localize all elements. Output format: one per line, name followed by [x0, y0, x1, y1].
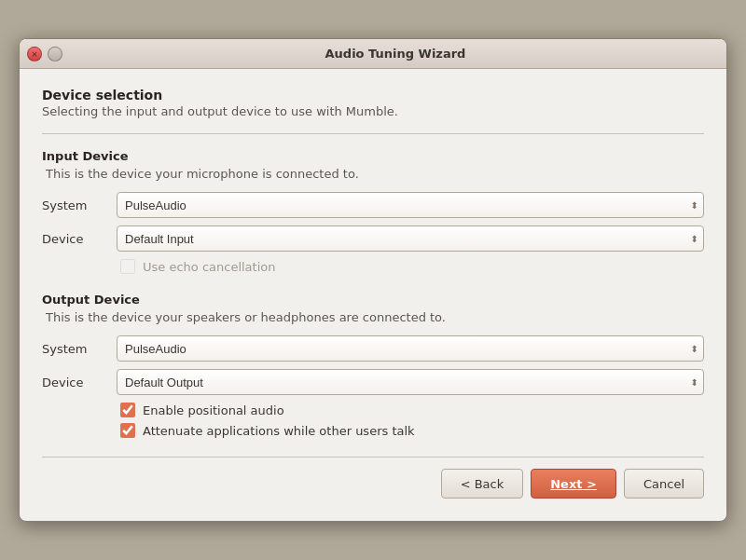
titlebar-buttons: ×: [27, 47, 62, 61]
footer-divider: [42, 457, 704, 458]
page-section-title: Device selection: [42, 88, 704, 102]
header-divider: [42, 133, 704, 134]
output-device-section: Output Device This is the device your sp…: [42, 293, 704, 438]
titlebar: × Audio Tuning Wizard: [20, 39, 726, 69]
output-device-row: Device Default Output: [42, 369, 704, 395]
echo-cancel-row: Use echo cancellation: [120, 259, 704, 274]
attenuate-checkbox[interactable]: [120, 423, 135, 438]
input-device-row: Device Default Input: [42, 225, 704, 252]
output-system-select[interactable]: PulseAudio: [117, 335, 704, 362]
positional-audio-label: Enable positional audio: [143, 403, 284, 417]
attenuate-label: Attenuate applications while other users…: [143, 424, 415, 438]
output-device-select-wrapper: Default Output: [117, 369, 704, 395]
output-system-row: System PulseAudio: [42, 335, 704, 362]
output-device-title: Output Device: [42, 293, 704, 307]
footer: < Back Next > Cancel: [42, 469, 704, 502]
input-device-desc: This is the device your microphone is co…: [46, 167, 704, 181]
input-system-select-wrapper: PulseAudio: [117, 192, 704, 218]
output-system-label: System: [42, 342, 117, 356]
close-button[interactable]: ×: [27, 47, 42, 61]
output-device-select[interactable]: Default Output: [117, 369, 704, 395]
window-title: Audio Tuning Wizard: [72, 47, 719, 61]
next-button[interactable]: Next >: [531, 469, 616, 499]
input-device-title: Input Device: [42, 149, 704, 163]
output-device-desc: This is the device your speakers or head…: [46, 310, 704, 324]
positional-audio-row: Enable positional audio: [120, 403, 704, 417]
input-device-select[interactable]: Default Input: [117, 225, 704, 252]
input-system-label: System: [42, 198, 117, 212]
input-device-section: Input Device This is the device your mic…: [42, 149, 704, 274]
back-button[interactable]: < Back: [441, 469, 524, 499]
input-device-label: Device: [42, 232, 117, 246]
positional-audio-checkbox[interactable]: [120, 403, 135, 417]
content-area: Device selection Selecting the input and…: [20, 69, 726, 521]
page-section-desc: Selecting the input and output device to…: [42, 104, 704, 118]
echo-cancel-label: Use echo cancellation: [143, 260, 275, 274]
input-system-row: System PulseAudio: [42, 192, 704, 218]
input-device-select-wrapper: Default Input: [117, 225, 704, 252]
minimize-button[interactable]: [48, 47, 62, 61]
output-device-label: Device: [42, 376, 117, 389]
main-window: × Audio Tuning Wizard Device selection S…: [19, 38, 727, 522]
input-system-select[interactable]: PulseAudio: [117, 192, 704, 218]
cancel-button[interactable]: Cancel: [624, 469, 704, 499]
echo-cancel-checkbox[interactable]: [120, 259, 135, 274]
output-system-select-wrapper: PulseAudio: [117, 335, 704, 362]
attenuate-row: Attenuate applications while other users…: [120, 423, 704, 438]
